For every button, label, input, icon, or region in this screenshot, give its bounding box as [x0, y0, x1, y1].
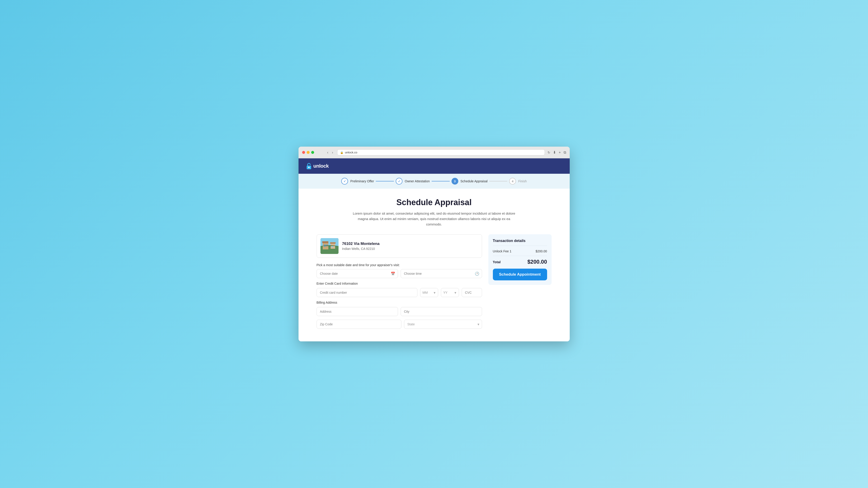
download-button[interactable]: ⬇	[553, 150, 556, 155]
transaction-title: Transaction details	[493, 239, 547, 246]
date-input[interactable]	[317, 269, 398, 278]
property-card: 76102 Via Montelena Indian Wells, CA 922…	[317, 234, 482, 258]
billing-address-row	[317, 307, 482, 316]
browser-actions: ⬇ + ⧉	[553, 150, 566, 155]
date-input-wrapper: 📅	[317, 269, 398, 278]
url-text: unlock.co	[345, 151, 357, 154]
step-label-3: Schedule Appraisal	[461, 180, 488, 183]
step-schedule-appraisal: 3 Schedule Appraisal	[452, 178, 488, 185]
svg-marker-7	[322, 241, 328, 243]
cvc-input[interactable]	[462, 288, 482, 297]
logo-text: unlock	[313, 163, 329, 169]
schedule-appointment-button[interactable]: Schedule Appointment	[493, 269, 547, 281]
state-select[interactable]: State ALAKAZ CACOFL GAHINY TX	[404, 320, 482, 329]
copy-button[interactable]: ⧉	[564, 150, 566, 155]
lock-icon: 🔒	[340, 151, 343, 154]
step-connector-3	[489, 181, 507, 182]
time-input-wrapper: 🕐	[401, 269, 482, 278]
fee-amount: $200.00	[535, 250, 547, 253]
credit-card-section-title: Enter Credit Card Information	[317, 282, 482, 285]
browser-chrome: ‹ › 🔒 unlock.co ↻ ⬇ + ⧉	[299, 147, 570, 158]
credit-card-input[interactable]	[317, 288, 417, 297]
step-owner-attestation: ✓ Owner Attestation	[396, 178, 430, 185]
property-address: 76102 Via Montelena	[342, 241, 380, 246]
step-label-1: Preliminary Offer	[350, 180, 374, 183]
sidebar-toggle-button[interactable]	[317, 150, 323, 155]
address-bar[interactable]: 🔒 unlock.co	[337, 149, 545, 156]
content-layout: 76102 Via Montelena Indian Wells, CA 922…	[317, 234, 552, 332]
step-circle-4: 4	[509, 178, 516, 185]
step-label-2: Owner Attestation	[405, 180, 430, 183]
step-finish: 4 Finish	[509, 178, 527, 185]
property-info: 76102 Via Montelena Indian Wells, CA 922…	[342, 241, 380, 251]
step-preliminary-offer: ✓ Preliminary Offer	[341, 178, 374, 185]
mm-select[interactable]: MM 010203 040506 070809 101112	[420, 288, 438, 297]
billing-section-title: Billing Address	[317, 301, 482, 304]
nav-buttons: ‹ ›	[326, 150, 335, 155]
form-section: 76102 Via Montelena Indian Wells, CA 922…	[317, 234, 482, 332]
property-city-state: Indian Wells, CA 92210	[342, 247, 380, 251]
fee-label: Unlock Fee 1	[493, 250, 512, 253]
total-amount: $200.00	[527, 259, 547, 265]
city-input[interactable]	[401, 307, 482, 316]
page-title: Schedule Appraisal	[317, 198, 552, 207]
clock-icon: 🕐	[475, 271, 479, 276]
refresh-button[interactable]: ↻	[548, 151, 550, 154]
site-header: unlock	[299, 158, 570, 174]
zip-state-row: State ALAKAZ CACOFL GAHINY TX	[317, 320, 482, 329]
traffic-light-red[interactable]	[302, 151, 305, 154]
step-circle-1: ✓	[341, 178, 348, 185]
nav-back-button[interactable]: ‹	[326, 150, 330, 155]
traffic-light-yellow[interactable]	[307, 151, 310, 154]
step-circle-3: 3	[452, 178, 458, 185]
state-select-wrapper: State ALAKAZ CACOFL GAHINY TX	[404, 320, 482, 329]
yy-select-wrapper: YY 242526 272829	[441, 288, 459, 297]
date-time-row: 📅 🕐	[317, 269, 482, 278]
traffic-lights	[302, 151, 314, 154]
logo-icon	[306, 162, 312, 170]
total-label: Total	[493, 260, 501, 264]
browser-window: ‹ › 🔒 unlock.co ↻ ⬇ + ⧉ unlock ✓ Pr	[299, 147, 570, 341]
logo: unlock	[306, 162, 329, 170]
page-description: Lorem ipsum dolor sit amet, consectetur …	[353, 211, 516, 227]
mm-select-wrapper: MM 010203 040506 070809 101112	[420, 288, 438, 297]
step-circle-2: ✓	[396, 178, 402, 185]
svg-marker-9	[330, 242, 336, 244]
progress-bar: ✓ Preliminary Offer ✓ Owner Attestation …	[299, 174, 570, 189]
step-connector-2	[432, 181, 450, 182]
sidebar-section: Transaction details Unlock Fee 1 $200.00…	[488, 234, 552, 285]
yy-select[interactable]: YY 242526 272829	[441, 288, 459, 297]
add-tab-button[interactable]: +	[559, 150, 561, 155]
main-content: Schedule Appraisal Lorem ipsum dolor sit…	[299, 189, 570, 341]
address-input[interactable]	[317, 307, 398, 316]
credit-card-row: MM 010203 040506 070809 101112 YY 242526…	[317, 288, 482, 297]
zip-input[interactable]	[317, 320, 401, 329]
property-image	[320, 238, 339, 254]
svg-point-1	[308, 167, 310, 168]
transaction-card: Transaction details Unlock Fee 1 $200.00…	[488, 234, 552, 285]
date-time-label: Pick a most suitable date and time for y…	[317, 263, 482, 267]
transaction-fee-row: Unlock Fee 1 $200.00	[493, 250, 547, 253]
nav-forward-button[interactable]: ›	[331, 150, 335, 155]
step-connector-1	[376, 181, 394, 182]
calendar-icon: 📅	[391, 271, 395, 276]
step-label-4: Finish	[518, 180, 527, 183]
traffic-light-green[interactable]	[311, 151, 314, 154]
time-input[interactable]	[401, 269, 482, 278]
transaction-total-row: Total $200.00	[493, 256, 547, 265]
